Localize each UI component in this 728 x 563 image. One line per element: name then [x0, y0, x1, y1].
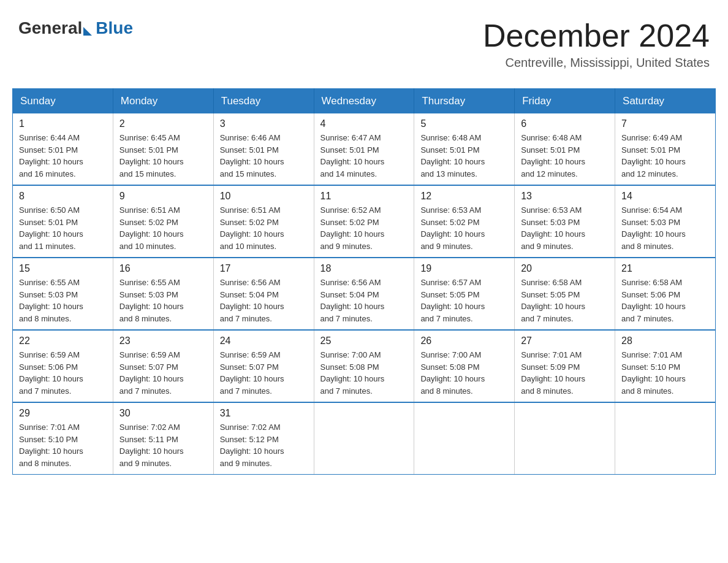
day-info: Sunrise: 6:55 AM Sunset: 5:03 PM Dayligh… [19, 277, 107, 324]
day-number: 2 [119, 118, 207, 129]
calendar-cell: 24 Sunrise: 6:59 AM Sunset: 5:07 PM Dayl… [213, 330, 314, 402]
day-number: 14 [621, 191, 709, 202]
day-number: 7 [621, 118, 709, 129]
weekday-header-thursday: Thursday [414, 89, 515, 114]
calendar-cell: 12 Sunrise: 6:53 AM Sunset: 5:02 PM Dayl… [414, 185, 515, 258]
calendar-cell: 14 Sunrise: 6:54 AM Sunset: 5:03 PM Dayl… [615, 185, 716, 258]
day-number: 24 [220, 335, 308, 347]
calendar-cell: 21 Sunrise: 6:58 AM Sunset: 5:06 PM Dayl… [615, 258, 716, 330]
day-number: 3 [220, 118, 308, 129]
day-number: 12 [420, 191, 508, 202]
day-info: Sunrise: 6:57 AM Sunset: 5:05 PM Dayligh… [420, 277, 508, 324]
calendar-cell: 17 Sunrise: 6:56 AM Sunset: 5:04 PM Dayl… [213, 258, 314, 330]
day-number: 30 [119, 408, 207, 419]
day-number: 25 [320, 335, 408, 347]
calendar-week-row: 1 Sunrise: 6:44 AM Sunset: 5:01 PM Dayli… [13, 113, 716, 185]
day-number: 27 [521, 335, 609, 347]
day-info: Sunrise: 6:49 AM Sunset: 5:01 PM Dayligh… [621, 132, 709, 180]
logo-arrow-icon [83, 27, 92, 36]
calendar-cell: 19 Sunrise: 6:57 AM Sunset: 5:05 PM Dayl… [414, 258, 515, 330]
day-number: 9 [119, 191, 207, 202]
day-info: Sunrise: 7:00 AM Sunset: 5:08 PM Dayligh… [420, 349, 508, 397]
day-number: 15 [19, 263, 107, 274]
calendar-cell: 3 Sunrise: 6:46 AM Sunset: 5:01 PM Dayli… [213, 113, 314, 185]
weekday-header-friday: Friday [515, 89, 615, 114]
day-info: Sunrise: 6:44 AM Sunset: 5:01 PM Dayligh… [19, 132, 107, 180]
day-info: Sunrise: 6:56 AM Sunset: 5:04 PM Dayligh… [320, 277, 408, 324]
day-number: 28 [621, 335, 709, 347]
calendar-cell [414, 402, 515, 475]
calendar-table: SundayMondayTuesdayWednesdayThursdayFrid… [12, 88, 716, 475]
calendar-cell: 10 Sunrise: 6:51 AM Sunset: 5:02 PM Dayl… [213, 185, 314, 258]
calendar-cell: 7 Sunrise: 6:49 AM Sunset: 5:01 PM Dayli… [615, 113, 716, 185]
day-info: Sunrise: 6:48 AM Sunset: 5:01 PM Dayligh… [420, 132, 508, 180]
day-info: Sunrise: 7:01 AM Sunset: 5:09 PM Dayligh… [521, 349, 609, 397]
day-info: Sunrise: 7:01 AM Sunset: 5:10 PM Dayligh… [621, 349, 709, 397]
day-info: Sunrise: 6:48 AM Sunset: 5:01 PM Dayligh… [521, 132, 609, 180]
day-info: Sunrise: 7:00 AM Sunset: 5:08 PM Dayligh… [320, 349, 408, 397]
day-info: Sunrise: 6:59 AM Sunset: 5:06 PM Dayligh… [19, 349, 107, 397]
calendar-cell: 26 Sunrise: 7:00 AM Sunset: 5:08 PM Dayl… [414, 330, 515, 402]
day-info: Sunrise: 6:47 AM Sunset: 5:01 PM Dayligh… [320, 132, 408, 180]
logo-blue: Blue [96, 18, 133, 38]
day-number: 1 [19, 118, 107, 129]
calendar-cell: 16 Sunrise: 6:55 AM Sunset: 5:03 PM Dayl… [113, 258, 213, 330]
calendar-cell: 2 Sunrise: 6:45 AM Sunset: 5:01 PM Dayli… [113, 113, 213, 185]
calendar-cell: 20 Sunrise: 6:58 AM Sunset: 5:05 PM Dayl… [515, 258, 615, 330]
calendar-week-row: 29 Sunrise: 7:01 AM Sunset: 5:10 PM Dayl… [13, 402, 716, 475]
calendar-week-row: 15 Sunrise: 6:55 AM Sunset: 5:03 PM Dayl… [13, 258, 716, 330]
day-info: Sunrise: 6:58 AM Sunset: 5:06 PM Dayligh… [621, 277, 709, 324]
day-info: Sunrise: 6:53 AM Sunset: 5:02 PM Dayligh… [420, 204, 508, 252]
day-info: Sunrise: 6:51 AM Sunset: 5:02 PM Dayligh… [119, 204, 207, 252]
weekday-header-sunday: Sunday [13, 89, 113, 114]
calendar-cell: 28 Sunrise: 7:01 AM Sunset: 5:10 PM Dayl… [615, 330, 716, 402]
day-number: 29 [19, 408, 107, 419]
weekday-header-saturday: Saturday [615, 89, 716, 114]
calendar-cell: 6 Sunrise: 6:48 AM Sunset: 5:01 PM Dayli… [515, 113, 615, 185]
day-number: 11 [320, 191, 408, 202]
calendar-cell: 27 Sunrise: 7:01 AM Sunset: 5:09 PM Dayl… [515, 330, 615, 402]
calendar-week-row: 22 Sunrise: 6:59 AM Sunset: 5:06 PM Dayl… [13, 330, 716, 402]
calendar-cell: 9 Sunrise: 6:51 AM Sunset: 5:02 PM Dayli… [113, 185, 213, 258]
day-info: Sunrise: 6:46 AM Sunset: 5:01 PM Dayligh… [220, 132, 308, 180]
day-info: Sunrise: 6:45 AM Sunset: 5:01 PM Dayligh… [119, 132, 207, 180]
day-number: 20 [521, 263, 609, 274]
day-number: 8 [19, 191, 107, 202]
weekday-header-wednesday: Wednesday [314, 89, 414, 114]
page-header: General Blue December 2024 Centreville, … [12, 12, 716, 76]
day-info: Sunrise: 6:56 AM Sunset: 5:04 PM Dayligh… [220, 277, 308, 324]
calendar-cell [314, 402, 414, 475]
day-number: 26 [420, 335, 508, 347]
day-info: Sunrise: 6:52 AM Sunset: 5:02 PM Dayligh… [320, 204, 408, 252]
day-number: 6 [521, 118, 609, 129]
calendar-week-row: 8 Sunrise: 6:50 AM Sunset: 5:01 PM Dayli… [13, 185, 716, 258]
day-info: Sunrise: 6:53 AM Sunset: 5:03 PM Dayligh… [521, 204, 609, 252]
calendar-cell: 8 Sunrise: 6:50 AM Sunset: 5:01 PM Dayli… [13, 185, 113, 258]
day-number: 13 [521, 191, 609, 202]
day-info: Sunrise: 6:50 AM Sunset: 5:01 PM Dayligh… [19, 204, 107, 252]
calendar-cell [615, 402, 716, 475]
calendar-cell: 30 Sunrise: 7:02 AM Sunset: 5:11 PM Dayl… [113, 402, 213, 475]
calendar-cell: 29 Sunrise: 7:01 AM Sunset: 5:10 PM Dayl… [13, 402, 113, 475]
location: Centreville, Mississippi, United States [483, 56, 710, 70]
day-info: Sunrise: 7:02 AM Sunset: 5:12 PM Dayligh… [220, 421, 308, 469]
day-number: 22 [19, 335, 107, 347]
day-number: 4 [320, 118, 408, 129]
calendar-cell: 11 Sunrise: 6:52 AM Sunset: 5:02 PM Dayl… [314, 185, 414, 258]
day-number: 5 [420, 118, 508, 129]
calendar-cell: 5 Sunrise: 6:48 AM Sunset: 5:01 PM Dayli… [414, 113, 515, 185]
weekday-header-row: SundayMondayTuesdayWednesdayThursdayFrid… [13, 89, 716, 114]
day-number: 10 [220, 191, 308, 202]
day-number: 21 [621, 263, 709, 274]
day-number: 31 [220, 408, 308, 419]
day-info: Sunrise: 6:59 AM Sunset: 5:07 PM Dayligh… [220, 349, 308, 397]
calendar-cell: 25 Sunrise: 7:00 AM Sunset: 5:08 PM Dayl… [314, 330, 414, 402]
day-info: Sunrise: 7:02 AM Sunset: 5:11 PM Dayligh… [119, 421, 207, 469]
calendar-cell: 22 Sunrise: 6:59 AM Sunset: 5:06 PM Dayl… [13, 330, 113, 402]
logo: General Blue [18, 18, 133, 38]
month-title: December 2024 [483, 18, 710, 53]
calendar-cell: 13 Sunrise: 6:53 AM Sunset: 5:03 PM Dayl… [515, 185, 615, 258]
day-number: 19 [420, 263, 508, 274]
calendar-cell: 4 Sunrise: 6:47 AM Sunset: 5:01 PM Dayli… [314, 113, 414, 185]
day-number: 23 [119, 335, 207, 347]
